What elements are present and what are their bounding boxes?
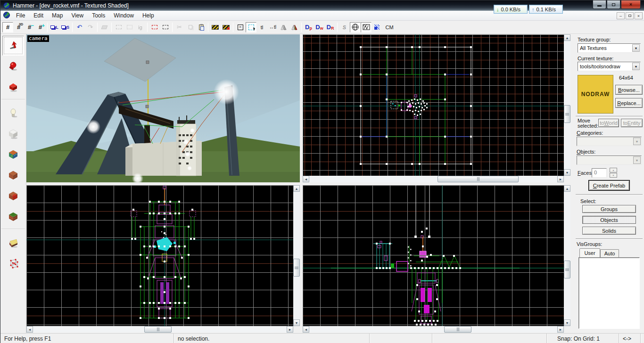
larger-grid-button[interactable]: #+ [35,22,46,33]
entity-tool-button[interactable] [2,103,24,123]
viewport-2d-front[interactable] [26,185,293,326]
load-window-state-button[interactable]: L [49,22,60,33]
spinner-up-button[interactable]: ▲ [610,168,617,172]
save-window-state-button[interactable]: S [60,22,71,33]
texture-lock-button[interactable]: tl [256,22,267,33]
display-dp-toggle-button[interactable]: Dp [303,22,314,33]
browse-button[interactable]: Browse... [615,85,643,95]
faces-spinner[interactable]: ▲ ▼ [610,168,617,178]
texture-preview[interactable]: NODRAW [578,75,613,114]
restore-button[interactable] [607,0,620,9]
block-tool-button[interactable] [2,124,24,144]
close-button[interactable]: × [621,0,641,9]
texture-group-combobox[interactable]: All Textures ▼ [578,43,641,53]
visgroups-list[interactable] [578,257,640,329]
viewport-2d-top[interactable] [303,34,564,176]
texture-scale-lock-button[interactable]: ↔tl [267,22,278,33]
scroll-left-icon[interactable]: ◄ [28,328,32,331]
hscroll-thumb[interactable] [438,176,519,182]
minimize-button[interactable] [593,0,606,9]
scroll-right-icon[interactable]: ► [289,328,292,331]
texture-application-tool-button[interactable] [2,145,24,164]
menu-tools[interactable]: Tools [88,11,109,20]
smoothing-groups-button[interactable]: S [339,22,350,33]
select-groups-button[interactable]: Groups [582,205,636,213]
menu-file[interactable]: File [12,11,29,20]
replace-button[interactable]: Replace... [615,98,643,108]
show-hidden-button[interactable] [160,22,171,33]
vscrollbar-top-view[interactable]: ▲ ▼ [564,34,570,176]
hscrollbar-side-view[interactable]: ◄ ► [303,326,564,333]
scroll-left-icon[interactable]: ◄ [305,328,308,331]
mdi-close-button[interactable]: × [635,12,643,19]
display-dw-toggle-button[interactable]: Dw [314,22,325,33]
scroll-left-icon[interactable]: ◄ [305,178,308,181]
select-solids-button[interactable]: Solids [582,227,636,235]
detail-objects-button[interactable] [372,22,382,33]
visgroups-tab-user[interactable]: User [579,248,600,257]
vscrollbar-side-view[interactable]: ▲ ▼ [564,185,570,326]
scroll-right-icon[interactable]: ► [559,178,562,181]
visgroups-tab-auto[interactable]: Auto [600,249,619,257]
dropdown-arrow-icon[interactable]: ▼ [632,63,640,70]
vertex-tool-button[interactable] [2,253,24,273]
scroll-right-icon[interactable]: ► [559,328,562,331]
cordon-toggle-button[interactable] [221,22,231,33]
display-dr-toggle-button[interactable]: DR [325,22,336,33]
to-entity-button[interactable]: toEntity [621,119,643,127]
cut-button[interactable]: ✂ [174,22,185,33]
apply-current-texture-button[interactable] [2,165,24,185]
hscrollbar-front-view[interactable]: ◄ ► [26,326,293,333]
scroll-down-icon[interactable]: ▼ [566,171,569,174]
snap-to-grid-button[interactable]: # [2,22,13,33]
selection-tool-button[interactable] [2,36,24,56]
scroll-down-icon[interactable]: ▼ [295,321,298,325]
vscroll-thumb[interactable] [564,105,570,123]
cordon-edit-button[interactable] [210,22,221,33]
categories-combobox[interactable]: ▼ [577,137,642,146]
ignore-groups-button[interactable]: ig [135,22,146,33]
menu-map[interactable]: Map [48,11,67,20]
current-texture-combobox[interactable]: tools/toolsnodraw ▼ [578,62,641,71]
scroll-up-icon[interactable]: ▲ [566,36,569,40]
select-objects-button[interactable]: Objects [582,216,636,224]
color-mode-button[interactable]: CM [382,22,396,33]
flip-faces-button[interactable] [278,22,289,33]
vscroll-thumb[interactable] [564,261,570,278]
clipping-tool-button[interactable] [2,233,24,253]
apply-decals-tool-button[interactable] [2,186,24,206]
marquee-select-button[interactable] [246,22,256,33]
vscrollbar-front-view[interactable]: ▲ ▼ [293,185,300,326]
select-touching-button[interactable]: ✕ [235,22,246,33]
scroll-up-icon[interactable]: ▲ [566,187,569,190]
overlay-tool-button[interactable] [2,207,24,227]
menu-window[interactable]: Window [109,11,138,20]
hide-selected-button[interactable] [149,22,160,33]
faces-input[interactable]: 0 [592,168,607,178]
mdi-child-icon[interactable] [3,12,10,20]
scroll-up-icon[interactable]: ▲ [295,187,298,190]
menu-help[interactable]: Help [138,11,158,20]
undo-button[interactable]: ↶ [74,22,85,33]
camera-tool-button[interactable] [2,77,24,97]
viewport-3d-camera[interactable]: camera [26,34,300,183]
ungroup-button[interactable] [124,22,135,33]
displacement-mask-button[interactable] [361,22,372,33]
smaller-grid-button[interactable]: #− [24,22,35,33]
hscroll-thumb[interactable] [144,326,172,333]
toggle-3d-grid-button[interactable]: #3D [13,22,24,33]
to-world-button[interactable]: toWorld [598,119,619,127]
mdi-minimize-button[interactable]: – [617,12,625,19]
hscrollbar-top-view[interactable]: ◄ ► [303,176,564,182]
flip-faces-colored-button[interactable] [289,22,300,33]
status-grip[interactable]: <-> [619,334,641,343]
scroll-down-icon[interactable]: ▼ [566,321,569,325]
create-prefab-button[interactable]: Create Prefab [589,180,629,190]
group-button[interactable] [113,22,124,33]
mdi-restore-button[interactable] [626,12,634,19]
menu-view[interactable]: View [67,11,88,20]
dropdown-arrow-icon[interactable]: ▼ [632,44,640,52]
objects-combobox[interactable]: ▼ [577,155,642,165]
vscroll-thumb[interactable] [293,259,300,277]
texture-browser-button[interactable] [350,22,361,33]
